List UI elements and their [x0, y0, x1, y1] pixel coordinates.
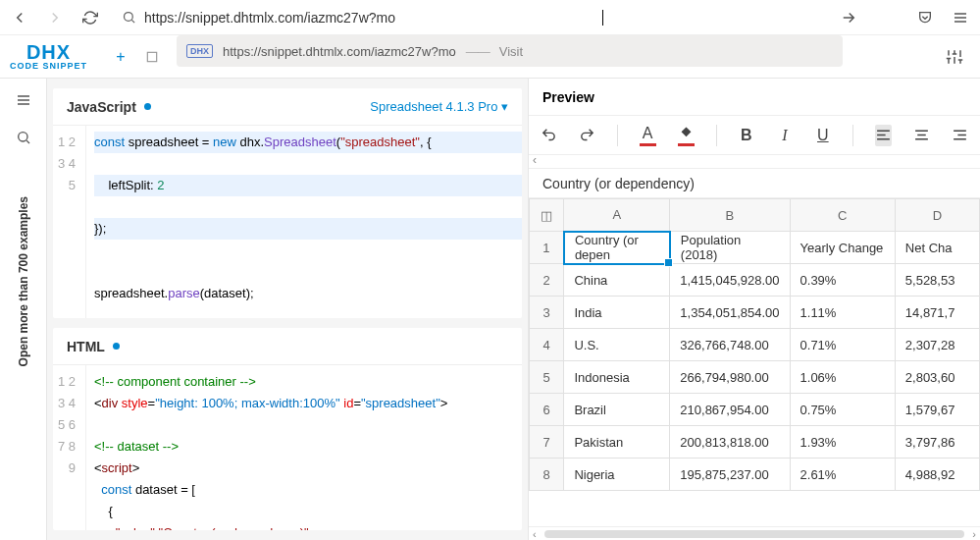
cell[interactable]: 1.93% [790, 426, 895, 459]
cell[interactable]: 1,579,67 [895, 394, 979, 426]
js-title: JavaScript [67, 99, 136, 115]
search-icon[interactable] [16, 130, 31, 149]
cell[interactable]: 1,415,045,928.00 [670, 264, 790, 297]
menu-icon[interactable] [16, 92, 31, 112]
reload-button[interactable] [78, 6, 102, 29]
row-header[interactable]: 3 [530, 297, 564, 329]
browser-bar: https://snippet.dhtmlx.com/iazmc27w?mo [0, 0, 980, 35]
js-gutter: 1 2 3 4 5 [53, 126, 86, 318]
row-header[interactable]: 6 [530, 394, 564, 426]
align-left-button[interactable] [875, 125, 892, 146]
cell[interactable]: 1.06% [790, 361, 895, 394]
col-header-c[interactable]: C [790, 199, 895, 232]
svg-point-0 [125, 13, 133, 22]
cell[interactable]: 2,803,60 [895, 361, 979, 394]
url-suggestion[interactable]: DHX https://snippet.dhtmlx.com/iazmc27w?… [177, 35, 843, 67]
formula-bar[interactable]: Country (or dependency) [529, 169, 980, 198]
suggest-dash: —— [466, 44, 490, 59]
cell[interactable]: U.S. [564, 329, 670, 361]
cell[interactable]: 195,875,237.00 [670, 459, 790, 491]
table-row: 7Pakistan200,813,818.001.93%3,797,86 [530, 426, 980, 459]
spreadsheet-version[interactable]: Spreadsheet 4.1.3 Pro ▾ [370, 99, 508, 114]
undo-button[interactable] [541, 125, 557, 146]
cell[interactable]: 0.75% [790, 394, 895, 426]
align-right-button[interactable] [952, 125, 968, 146]
table-row: 1Country (or depenPopulation (2018)Yearl… [530, 232, 980, 264]
search-icon [122, 10, 136, 25]
select-all-corner[interactable]: ◫ [530, 199, 564, 232]
add-button[interactable]: + [107, 43, 134, 71]
cell[interactable]: Net Cha [895, 232, 979, 264]
svg-point-2 [18, 133, 26, 141]
col-header-b[interactable]: B [670, 199, 790, 232]
url-bar[interactable]: https://snippet.dhtmlx.com/iazmc27w?mo [114, 10, 825, 26]
cell[interactable]: Yearly Change [790, 232, 895, 264]
cell[interactable]: Population (2018) [670, 232, 790, 264]
cell[interactable]: 5,528,53 [895, 264, 979, 297]
row-header[interactable]: 4 [530, 329, 564, 361]
row-header[interactable]: 2 [530, 264, 564, 297]
row-header[interactable]: 1 [530, 232, 564, 264]
cell[interactable]: 3,797,86 [895, 426, 979, 459]
table-row: 6Brazil210,867,954.000.75%1,579,67 [530, 394, 980, 426]
go-button[interactable] [837, 6, 860, 29]
redo-button[interactable] [579, 125, 595, 146]
underline-button[interactable]: U [814, 125, 831, 146]
back-button[interactable] [8, 6, 31, 29]
url-text[interactable]: https://snippet.dhtmlx.com/iazmc27w?mo [144, 10, 817, 26]
suggest-badge: DHX [186, 44, 213, 58]
js-lines[interactable]: const spreadsheet = new dhx.Spreadsheet(… [86, 126, 522, 318]
cell[interactable]: Indonesia [564, 361, 670, 394]
html-code[interactable]: 1 2 3 4 5 6 7 8 9 <!-- component contain… [53, 365, 522, 530]
cell[interactable]: Nigeria [564, 459, 670, 491]
cell[interactable]: 210,867,954.00 [670, 394, 790, 426]
bold-button[interactable]: B [738, 125, 754, 146]
menu-icon[interactable] [949, 6, 972, 29]
cell[interactable]: 2,307,28 [895, 329, 979, 361]
row-header[interactable]: 7 [530, 426, 564, 459]
cell[interactable]: Brazil [564, 394, 670, 426]
logo[interactable]: DHX CODE SNIPPET [10, 42, 87, 71]
cell[interactable]: 326,766,748.00 [670, 329, 790, 361]
cell[interactable]: 200,813,818.00 [670, 426, 790, 459]
cell[interactable]: 4,988,92 [895, 459, 979, 491]
svg-rect-1 [147, 52, 156, 61]
toolbar-scroll[interactable] [529, 155, 980, 169]
preview-area: Preview A B I U Country (or dependency) … [528, 79, 980, 540]
left-sidebar: Open more than 700 examples [0, 79, 47, 540]
align-center-button[interactable] [913, 125, 930, 146]
table-row: 5Indonesia266,794,980.001.06%2,803,60 [530, 361, 980, 394]
modified-dot [113, 343, 120, 350]
scroll-thumb[interactable] [544, 530, 965, 538]
cell[interactable]: 0.39% [790, 264, 895, 297]
cell[interactable]: Pakistan [564, 426, 670, 459]
cell[interactable]: China [564, 264, 670, 297]
row-header[interactable]: 5 [530, 361, 564, 394]
cell[interactable]: India [564, 297, 670, 329]
forward-button[interactable] [43, 6, 67, 29]
expand-button[interactable] [138, 43, 166, 71]
html-title: HTML [67, 339, 105, 354]
row-header[interactable]: 8 [530, 459, 564, 491]
pocket-icon[interactable] [913, 6, 937, 29]
settings-icon[interactable] [941, 43, 968, 71]
fill-color-button[interactable] [678, 125, 695, 146]
horizontal-scrollbar[interactable]: ‹› [529, 526, 980, 540]
cell[interactable]: 1.11% [790, 297, 895, 329]
js-code[interactable]: 1 2 3 4 5 const spreadsheet = new dhx.Sp… [53, 126, 522, 318]
cell[interactable]: 14,871,7 [895, 297, 979, 329]
js-panel: JavaScript Spreadsheet 4.1.3 Pro ▾ 1 2 3… [53, 88, 522, 318]
text-cursor [602, 10, 603, 26]
examples-label[interactable]: Open more than 700 examples [17, 196, 30, 366]
text-color-button[interactable]: A [640, 125, 656, 146]
col-header-a[interactable]: A [564, 199, 670, 232]
html-lines[interactable]: <!-- component container --> <div style=… [86, 365, 522, 530]
col-header-d[interactable]: D [895, 199, 979, 232]
spreadsheet-grid[interactable]: ◫ A B C D 1Country (or depenPopulation (… [529, 198, 980, 526]
cell[interactable]: 2.61% [790, 459, 895, 491]
cell[interactable]: 0.71% [790, 329, 895, 361]
cell-selected[interactable]: Country (or depen [564, 232, 670, 264]
italic-button[interactable]: I [776, 125, 793, 146]
cell[interactable]: 1,354,051,854.00 [670, 297, 790, 329]
cell[interactable]: 266,794,980.00 [670, 361, 790, 394]
